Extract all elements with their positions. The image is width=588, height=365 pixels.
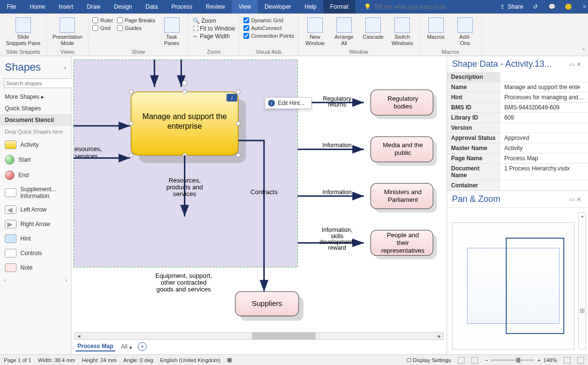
horizontal-scrollbar[interactable]: ◂ ▸ <box>75 332 444 340</box>
tell-me-search[interactable]: 💡 <box>358 3 500 10</box>
zoom-out-button[interactable]: − <box>485 357 488 363</box>
collapse-ribbon-icon[interactable]: ˄ <box>582 48 585 55</box>
cascade-button[interactable]: Cascade <box>361 15 386 46</box>
stencil-prev-icon[interactable]: ‹ <box>4 277 6 284</box>
panel-close-icon[interactable]: ✕ <box>576 61 583 68</box>
shape-data-row[interactable]: HintProcesses for managing and su <box>447 92 588 103</box>
tab-view[interactable]: View <box>232 0 258 14</box>
group-zoom: 🔍 Zoom ⛶ Fit to Window ↔ Page Width Zoom <box>189 14 240 56</box>
shape-data-row[interactable]: Container <box>447 181 588 191</box>
display-settings-button[interactable]: 🖵 Display Settings <box>406 357 451 363</box>
tab-data[interactable]: Data <box>139 0 165 14</box>
more-shapes-link[interactable]: More Shapes ▸ <box>0 91 71 103</box>
zoom-slider-thumb[interactable] <box>580 308 585 313</box>
panel-pop-icon[interactable]: ▭ <box>569 61 576 68</box>
shape-data-row[interactable]: BMS IDBMS-944320649-609 <box>447 103 588 113</box>
scroll-thumb[interactable] <box>252 333 316 339</box>
dynamic-grid-checkbox[interactable]: Dynamic Grid <box>243 17 294 23</box>
arrange-all-button[interactable]: Arrange All <box>332 15 357 46</box>
panel-close-icon[interactable]: ✕ <box>576 196 583 203</box>
task-panes-button[interactable]: Task Panes <box>159 15 184 46</box>
stencil-activity[interactable]: Activity <box>0 137 71 152</box>
status-width: Width: 38.4 mm <box>38 357 75 363</box>
share-icon: ⇪ <box>500 3 505 10</box>
new-window-button[interactable]: New Window <box>302 15 328 46</box>
scroll-right-icon[interactable]: ▸ <box>436 333 443 339</box>
grid-checkbox[interactable]: Grid <box>92 25 113 31</box>
zoom-percent[interactable]: 148% <box>543 357 557 363</box>
stencil-note[interactable]: Note <box>0 260 71 275</box>
collapse-shapes-icon[interactable]: ‹ <box>64 63 66 71</box>
stencil-ra[interactable]: Right Arrow <box>0 217 71 231</box>
view-fullscreen-icon[interactable] <box>471 357 478 364</box>
zoom-in-icon[interactable]: + <box>579 213 586 220</box>
shapes-title: Shapes <box>5 61 41 74</box>
macro-record-icon[interactable]: ▦ <box>227 357 232 363</box>
tab-insert[interactable]: Insert <box>52 0 80 14</box>
status-language[interactable]: English (United Kingdom) <box>160 357 221 363</box>
add-page-button[interactable]: + <box>138 342 147 351</box>
tab-review[interactable]: Review <box>199 0 231 14</box>
shape-data-row[interactable]: Version <box>447 123 588 133</box>
tab-home[interactable]: Home <box>23 0 52 14</box>
shape-data-row[interactable]: Library ID609 <box>447 113 588 123</box>
stencil-ctrl[interactable]: Controls <box>0 246 71 260</box>
connection-points-checkbox[interactable]: Connection Points <box>243 33 294 39</box>
zoom-in-button[interactable]: + <box>537 357 540 363</box>
share-button[interactable]: ⇪ Share <box>500 3 523 10</box>
tab-help[interactable]: Help <box>298 0 323 14</box>
ruler-checkbox[interactable]: Ruler <box>92 17 113 23</box>
zoom-button[interactable]: 🔍 Zoom <box>193 17 235 24</box>
history-icon[interactable]: ↺ <box>531 2 540 11</box>
panel-pop-icon[interactable]: ▭ <box>569 196 576 203</box>
guides-checkbox[interactable]: Guides <box>117 25 155 31</box>
autoconnect-checkbox[interactable]: AutoConnect <box>243 25 294 31</box>
addons-button[interactable]: Add- Ons <box>452 15 478 46</box>
stencil-la[interactable]: Left Arrow <box>0 202 71 217</box>
shape-data-row[interactable]: Master NameActivity <box>447 143 588 153</box>
tab-draw[interactable]: Draw <box>80 0 107 14</box>
switch-windows-icon[interactable] <box>577 357 584 364</box>
pan-zoom-thumbnail[interactable] <box>452 222 574 350</box>
tab-file[interactable]: File <box>0 0 23 14</box>
quick-shapes-link[interactable]: Quick Shapes <box>0 103 71 114</box>
shape-swatch-icon <box>5 234 16 243</box>
arrange-icon <box>336 17 352 33</box>
fit-page-icon[interactable] <box>564 357 571 364</box>
page-width-button[interactable]: ↔ Page Width <box>193 33 235 40</box>
smiley-icon[interactable]: 🙂 <box>564 2 573 11</box>
tell-me-input[interactable] <box>374 3 500 10</box>
comments-icon[interactable]: 💬 <box>547 2 556 11</box>
stencil-hint[interactable]: Hint <box>0 231 71 246</box>
view-normal-icon[interactable] <box>458 357 465 364</box>
tab-developer[interactable]: Developer <box>258 0 298 14</box>
pan-zoom-viewport[interactable] <box>506 238 564 334</box>
macros-button[interactable]: Macros <box>423 15 449 46</box>
document-stencil-link[interactable]: Document Stencil <box>0 114 71 126</box>
zoom-slider[interactable] <box>491 359 534 361</box>
shape-data-row[interactable]: Page NameProcess Map <box>447 153 588 164</box>
scroll-left-icon[interactable]: ◂ <box>75 333 83 339</box>
switch-windows-button[interactable]: Switch Windows <box>390 15 415 46</box>
drawing-canvas[interactable]: esources,services Manage and support the… <box>72 56 447 332</box>
edit-hint-popup[interactable]: i Edit Hint... <box>265 97 312 109</box>
tab-process[interactable]: Process <box>165 0 199 14</box>
stencil-next-icon[interactable]: › <box>65 277 67 284</box>
shape-data-row[interactable]: NameManage and support the ente <box>447 82 588 92</box>
fit-to-window-button[interactable]: ⛶ Fit to Window <box>193 25 235 32</box>
stencil-end[interactable]: End <box>0 167 71 183</box>
sheet-tab-process-map[interactable]: Process Map <box>75 342 115 351</box>
slide-snippets-pane-button[interactable]: Slide Snippets Pane <box>4 15 43 46</box>
tab-design[interactable]: Design <box>107 0 138 14</box>
shape-data-row[interactable]: Approval StatusApproved <box>447 133 588 143</box>
close-icon[interactable]: ✕ <box>580 2 588 11</box>
stencil-supp[interactable]: Supplement... Information <box>0 183 71 202</box>
presentation-mode-button[interactable]: Presentation Mode <box>51 15 85 46</box>
pan-zoom-slider[interactable]: + <box>578 213 586 350</box>
page-breaks-checkbox[interactable]: Page Breaks <box>117 17 155 23</box>
shapes-search-input[interactable] <box>4 78 75 88</box>
tab-format[interactable]: Format <box>323 0 355 14</box>
stencil-start[interactable]: Start <box>0 152 71 167</box>
shape-data-row[interactable]: Document Name1 Process Hierarchy.vsdx <box>447 164 588 181</box>
sheet-all-dropdown[interactable]: All ▴ <box>121 343 132 350</box>
